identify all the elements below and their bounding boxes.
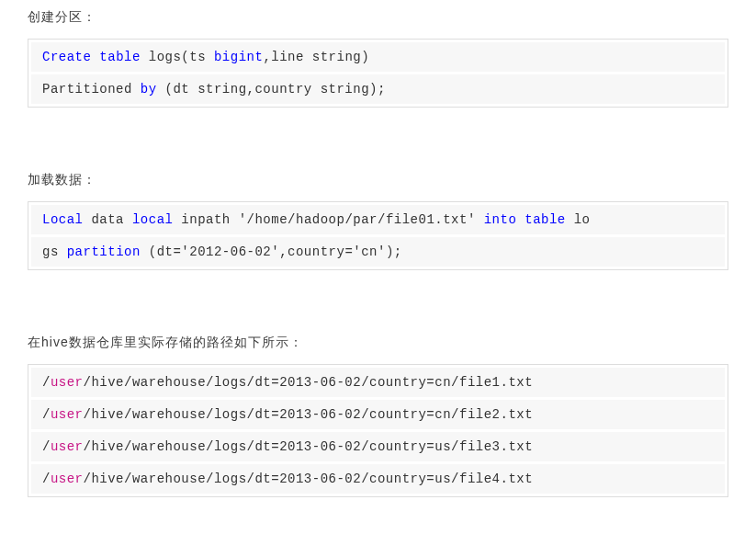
keyword-create: Create: [42, 50, 91, 64]
keyword-user: user: [51, 407, 84, 422]
section-title-load-data: 加载数据：: [28, 172, 728, 188]
keyword-user: user: [51, 439, 84, 454]
keyword-bigint: bigint: [214, 50, 263, 64]
code-line: /user/hive/warehouse/logs/dt=2013-06-02/…: [31, 400, 725, 429]
keyword-user: user: [51, 472, 84, 486]
code-text: /hive/warehouse/logs/dt=2013-06-02/count…: [84, 375, 534, 390]
code-text: (dt='2012-06-02',country='cn');: [141, 244, 402, 259]
code-text: [516, 212, 525, 227]
code-text: /hive/warehouse/logs/dt=2013-06-02/count…: [84, 472, 534, 486]
code-line: Partitioned by (dt string,country string…: [31, 74, 725, 104]
keyword-partition: partition: [67, 244, 141, 259]
code-text: /hive/warehouse/logs/dt=2013-06-02/count…: [84, 439, 534, 454]
code-text: /: [42, 407, 51, 422]
section-title-storage-path: 在hive数据仓库里实际存储的路径如下所示：: [28, 335, 728, 351]
code-text: Partitioned: [42, 82, 141, 97]
code-block-storage-path: /user/hive/warehouse/logs/dt=2013-06-02/…: [28, 364, 728, 497]
keyword-local: Local: [42, 212, 84, 227]
code-text: /: [42, 472, 51, 486]
keyword-user: user: [51, 375, 84, 390]
code-text: /hive/warehouse/logs/dt=2013-06-02/count…: [84, 407, 534, 422]
code-line: /user/hive/warehouse/logs/dt=2013-06-02/…: [31, 432, 725, 461]
code-block-load-data: Local data local inpath '/home/hadoop/pa…: [28, 201, 728, 270]
code-text: logs(ts: [141, 50, 214, 64]
code-line: gs partition (dt='2012-06-02',country='c…: [31, 237, 725, 267]
code-block-create-partition: Create table logs(ts bigint,line string)…: [28, 39, 728, 108]
keyword-table: table: [99, 50, 141, 64]
section-title-create-partition: 创建分区：: [28, 9, 728, 26]
code-text: (dt string,country string);: [157, 82, 386, 97]
code-line: Local data local inpath '/home/hadoop/pa…: [31, 205, 725, 234]
code-line: /user/hive/warehouse/logs/dt=2013-06-02/…: [31, 368, 725, 397]
code-text: gs: [42, 244, 67, 259]
code-text: lo: [566, 212, 591, 227]
keyword-into: into: [484, 212, 517, 227]
keyword-by: by: [141, 82, 157, 97]
code-text: ,line string): [263, 50, 369, 64]
code-text: data: [84, 212, 132, 227]
code-text: inpath '/home/hadoop/par/file01.txt': [173, 212, 483, 227]
code-line: /user/hive/warehouse/logs/dt=2013-06-02/…: [31, 464, 725, 494]
code-text: [91, 50, 99, 64]
keyword-table: table: [525, 212, 566, 227]
code-line: Create table logs(ts bigint,line string): [31, 42, 725, 72]
code-text: /: [42, 439, 51, 454]
code-text: /: [42, 375, 51, 390]
keyword-local: local: [132, 212, 174, 227]
